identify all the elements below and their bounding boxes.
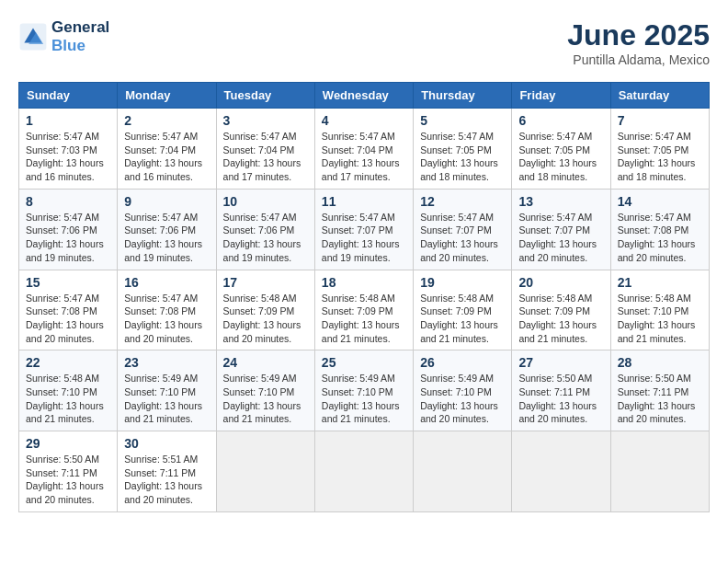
calendar-week-3: 15Sunrise: 5:47 AMSunset: 7:08 PMDayligh… [19, 270, 710, 350]
day-number: 28 [618, 355, 702, 370]
day-info: Sunrise: 5:47 AMSunset: 7:06 PMDaylight:… [124, 211, 209, 265]
calendar-cell: 21Sunrise: 5:48 AMSunset: 7:10 PMDayligh… [610, 270, 709, 350]
calendar-cell: 26Sunrise: 5:49 AMSunset: 7:10 PMDayligh… [414, 350, 512, 431]
calendar-cell: 2Sunrise: 5:47 AMSunset: 7:04 PMDaylight… [118, 109, 216, 190]
day-info: Sunrise: 5:47 AMSunset: 7:05 PMDaylight:… [420, 130, 505, 184]
calendar-cell: 8Sunrise: 5:47 AMSunset: 7:06 PMDaylight… [19, 189, 118, 270]
day-info: Sunrise: 5:48 AMSunset: 7:10 PMDaylight:… [618, 292, 702, 346]
day-number: 26 [420, 355, 505, 370]
day-info: Sunrise: 5:48 AMSunset: 7:09 PMDaylight:… [420, 292, 505, 346]
day-number: 11 [322, 194, 406, 209]
day-number: 10 [223, 194, 308, 209]
day-number: 14 [618, 194, 702, 209]
day-info: Sunrise: 5:50 AMSunset: 7:11 PMDaylight:… [26, 453, 110, 507]
calendar-cell: 23Sunrise: 5:49 AMSunset: 7:10 PMDayligh… [118, 350, 216, 431]
calendar-cell [512, 431, 610, 512]
calendar-cell [610, 431, 709, 512]
day-info: Sunrise: 5:47 AMSunset: 7:04 PMDaylight:… [322, 130, 406, 184]
calendar-week-1: 1Sunrise: 5:47 AMSunset: 7:03 PMDaylight… [19, 109, 710, 190]
day-number: 6 [518, 113, 603, 128]
calendar-cell: 7Sunrise: 5:47 AMSunset: 7:05 PMDaylight… [610, 109, 709, 190]
calendar-cell: 10Sunrise: 5:47 AMSunset: 7:06 PMDayligh… [216, 189, 314, 270]
day-number: 23 [124, 355, 209, 370]
calendar-cell: 15Sunrise: 5:47 AMSunset: 7:08 PMDayligh… [19, 270, 118, 350]
day-number: 4 [322, 113, 406, 128]
calendar-cell [314, 431, 413, 512]
day-number: 19 [420, 275, 505, 290]
calendar-cell: 28Sunrise: 5:50 AMSunset: 7:11 PMDayligh… [610, 350, 709, 431]
calendar-cell: 9Sunrise: 5:47 AMSunset: 7:06 PMDaylight… [118, 189, 216, 270]
day-number: 20 [518, 275, 603, 290]
calendar-cell: 27Sunrise: 5:50 AMSunset: 7:11 PMDayligh… [512, 350, 610, 431]
calendar-cell: 17Sunrise: 5:48 AMSunset: 7:09 PMDayligh… [216, 270, 314, 350]
day-number: 18 [322, 275, 406, 290]
calendar-week-5: 29Sunrise: 5:50 AMSunset: 7:11 PMDayligh… [19, 431, 710, 512]
header-tuesday: Tuesday [216, 83, 314, 109]
day-number: 16 [124, 275, 209, 290]
header-sunday: Sunday [19, 83, 118, 109]
day-number: 1 [26, 113, 110, 128]
header-row: Sunday Monday Tuesday Wednesday Thursday… [19, 83, 710, 109]
day-number: 25 [322, 355, 406, 370]
header-monday: Monday [118, 83, 216, 109]
day-info: Sunrise: 5:47 AMSunset: 7:04 PMDaylight:… [223, 130, 308, 184]
day-info: Sunrise: 5:47 AMSunset: 7:07 PMDaylight:… [518, 211, 603, 265]
day-number: 24 [223, 355, 308, 370]
day-number: 21 [618, 275, 702, 290]
calendar-cell: 16Sunrise: 5:47 AMSunset: 7:08 PMDayligh… [118, 270, 216, 350]
calendar-cell [216, 431, 314, 512]
calendar-cell: 18Sunrise: 5:48 AMSunset: 7:09 PMDayligh… [314, 270, 413, 350]
calendar-cell: 20Sunrise: 5:48 AMSunset: 7:09 PMDayligh… [512, 270, 610, 350]
logo: General Blue [18, 18, 109, 55]
day-number: 8 [26, 194, 110, 209]
day-number: 9 [124, 194, 209, 209]
day-info: Sunrise: 5:47 AMSunset: 7:08 PMDaylight:… [26, 292, 110, 346]
title-area: June 2025 Puntilla Aldama, Mexico [567, 18, 710, 67]
day-info: Sunrise: 5:47 AMSunset: 7:07 PMDaylight:… [420, 211, 505, 265]
calendar-subtitle: Puntilla Aldama, Mexico [567, 52, 710, 67]
calendar-cell [414, 431, 512, 512]
calendar-cell: 3Sunrise: 5:47 AMSunset: 7:04 PMDaylight… [216, 109, 314, 190]
day-info: Sunrise: 5:48 AMSunset: 7:09 PMDaylight:… [322, 292, 406, 346]
calendar-week-2: 8Sunrise: 5:47 AMSunset: 7:06 PMDaylight… [19, 189, 710, 270]
day-number: 30 [124, 436, 209, 451]
calendar-cell: 30Sunrise: 5:51 AMSunset: 7:11 PMDayligh… [118, 431, 216, 512]
day-info: Sunrise: 5:47 AMSunset: 7:05 PMDaylight:… [518, 130, 603, 184]
calendar-cell: 4Sunrise: 5:47 AMSunset: 7:04 PMDaylight… [314, 109, 413, 190]
day-number: 15 [26, 275, 110, 290]
calendar-cell: 5Sunrise: 5:47 AMSunset: 7:05 PMDaylight… [414, 109, 512, 190]
calendar-cell: 29Sunrise: 5:50 AMSunset: 7:11 PMDayligh… [19, 431, 118, 512]
header-saturday: Saturday [610, 83, 709, 109]
calendar-title: June 2025 [567, 18, 710, 52]
day-info: Sunrise: 5:47 AMSunset: 7:08 PMDaylight:… [618, 211, 702, 265]
calendar-header: Sunday Monday Tuesday Wednesday Thursday… [19, 83, 710, 109]
day-info: Sunrise: 5:47 AMSunset: 7:04 PMDaylight:… [124, 130, 209, 184]
calendar-table: Sunday Monday Tuesday Wednesday Thursday… [18, 82, 710, 512]
day-info: Sunrise: 5:47 AMSunset: 7:03 PMDaylight:… [26, 130, 110, 184]
calendar-cell: 19Sunrise: 5:48 AMSunset: 7:09 PMDayligh… [414, 270, 512, 350]
calendar-cell: 14Sunrise: 5:47 AMSunset: 7:08 PMDayligh… [610, 189, 709, 270]
day-info: Sunrise: 5:47 AMSunset: 7:08 PMDaylight:… [124, 292, 209, 346]
logo-icon [18, 22, 48, 52]
calendar-cell: 25Sunrise: 5:49 AMSunset: 7:10 PMDayligh… [314, 350, 413, 431]
day-info: Sunrise: 5:49 AMSunset: 7:10 PMDaylight:… [322, 372, 406, 426]
day-number: 13 [518, 194, 603, 209]
day-info: Sunrise: 5:51 AMSunset: 7:11 PMDaylight:… [124, 453, 209, 507]
calendar-cell: 12Sunrise: 5:47 AMSunset: 7:07 PMDayligh… [414, 189, 512, 270]
calendar-week-4: 22Sunrise: 5:48 AMSunset: 7:10 PMDayligh… [19, 350, 710, 431]
day-info: Sunrise: 5:49 AMSunset: 7:10 PMDaylight:… [124, 372, 209, 426]
header-friday: Friday [512, 83, 610, 109]
day-number: 7 [618, 113, 702, 128]
day-info: Sunrise: 5:47 AMSunset: 7:05 PMDaylight:… [618, 130, 702, 184]
calendar-cell: 24Sunrise: 5:49 AMSunset: 7:10 PMDayligh… [216, 350, 314, 431]
day-number: 3 [223, 113, 308, 128]
day-info: Sunrise: 5:49 AMSunset: 7:10 PMDaylight:… [420, 372, 505, 426]
header-wednesday: Wednesday [314, 83, 413, 109]
calendar-body: 1Sunrise: 5:47 AMSunset: 7:03 PMDaylight… [19, 109, 710, 512]
calendar-cell: 1Sunrise: 5:47 AMSunset: 7:03 PMDaylight… [19, 109, 118, 190]
day-number: 12 [420, 194, 505, 209]
day-number: 27 [518, 355, 603, 370]
day-info: Sunrise: 5:47 AMSunset: 7:07 PMDaylight:… [322, 211, 406, 265]
day-info: Sunrise: 5:47 AMSunset: 7:06 PMDaylight:… [26, 211, 110, 265]
calendar-cell: 13Sunrise: 5:47 AMSunset: 7:07 PMDayligh… [512, 189, 610, 270]
